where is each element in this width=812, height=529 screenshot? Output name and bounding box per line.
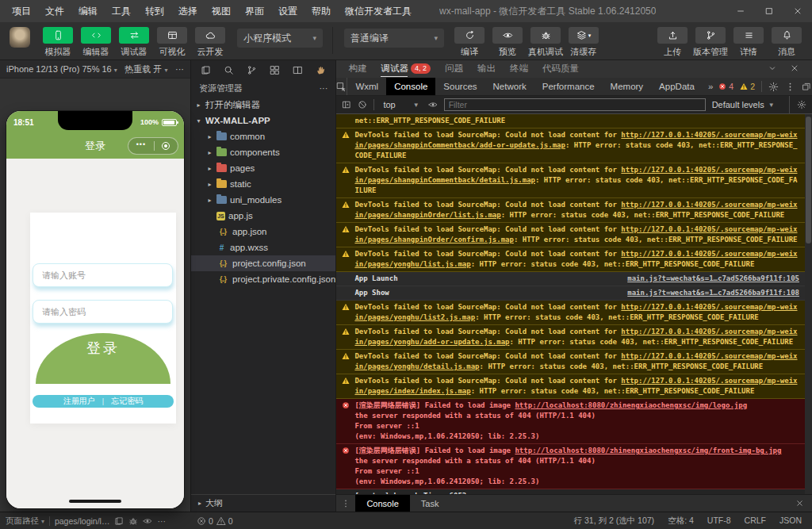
console-link[interactable]: http://127.0.0.1:40205/.sourcemap/mp-wei… xyxy=(354,328,797,346)
console-link[interactable]: http://localhost:8080/zhinengxiaochengxs… xyxy=(515,447,781,454)
tree-open-editors[interactable]: ▸ 打开的编辑器 xyxy=(191,97,335,113)
explorer-more-button[interactable]: ··· xyxy=(319,83,327,93)
tree-root[interactable]: ▾ WX-MALL-APP xyxy=(191,113,335,128)
tab-build[interactable]: 构建 xyxy=(341,60,373,78)
more-tabs-button[interactable]: » xyxy=(703,78,718,95)
drawer-menu-icon[interactable] xyxy=(336,495,355,512)
log-levels-dropdown[interactable]: Default levels▼ xyxy=(712,100,775,109)
clear-cache-button[interactable]: ▾ 清缓存 xyxy=(565,27,603,58)
drawer-tab-task[interactable]: Task xyxy=(410,495,450,512)
console-scrollbar[interactable] xyxy=(805,114,812,494)
remote-debug-button[interactable]: 真机调试 xyxy=(527,27,565,58)
tree-folder-static[interactable]: ▸ static xyxy=(191,176,335,192)
console-link[interactable]: http://127.0.0.1:40205/.sourcemap/mp-wei… xyxy=(354,201,797,219)
compile-mode-dropdown[interactable]: 普通编译▾ xyxy=(344,29,444,48)
tab-problems[interactable]: 问题 xyxy=(438,60,470,78)
account-input[interactable] xyxy=(33,263,173,287)
explorer-files-icon[interactable] xyxy=(201,65,211,75)
console-warning-count[interactable]: 2 xyxy=(740,82,755,91)
console-link[interactable]: http://127.0.0.1:40205/.sourcemap/mp-wei… xyxy=(354,131,797,149)
copy-path-icon[interactable] xyxy=(114,516,124,526)
menubar-item[interactable]: 工具 xyxy=(105,0,138,22)
menubar-item[interactable]: 项目 xyxy=(5,0,38,22)
split-editor-icon[interactable] xyxy=(293,65,303,75)
menubar-item[interactable]: 文件 xyxy=(38,0,71,22)
collapse-panel-icon[interactable] xyxy=(768,63,777,75)
indent-setting[interactable]: 空格: 4 xyxy=(668,516,694,527)
devtab-performance[interactable]: Performance xyxy=(534,78,603,95)
menubar-item[interactable]: 编辑 xyxy=(71,0,105,22)
console-link[interactable]: http://127.0.0.1:40205/.sourcemap/mp-wei… xyxy=(354,377,797,395)
drawer-close-icon[interactable] xyxy=(795,495,812,512)
console-error-count[interactable]: 4 xyxy=(718,82,733,91)
console-filter-input[interactable] xyxy=(444,98,706,111)
encoding[interactable]: UTF-8 xyxy=(707,516,731,527)
console-link[interactable]: http://127.0.0.1:40205/.sourcemap/mp-wei… xyxy=(354,352,797,370)
menubar-item[interactable]: 选择 xyxy=(171,0,205,22)
devtools-menu-icon[interactable] xyxy=(785,82,795,92)
menubar-item[interactable]: 微信开发者工具 xyxy=(338,0,419,22)
frame-context-dropdown[interactable]: top▼ xyxy=(381,100,421,109)
console-source-link[interactable]: main.js?t=wechat&s=1…c7ad5266ba9f11f:105 xyxy=(618,274,799,284)
console-link[interactable]: http://127.0.0.1:40205/.sourcemap/mp-wei… xyxy=(354,225,797,243)
devtools-settings-gear-icon[interactable] xyxy=(768,82,779,92)
preview-button[interactable]: 预览 xyxy=(488,27,527,58)
preview-page-icon[interactable] xyxy=(143,516,152,526)
drawer-tab-console[interactable]: Console xyxy=(355,495,409,512)
simulator-button[interactable]: 模拟器 xyxy=(39,27,77,58)
avatar[interactable] xyxy=(10,27,30,48)
source-control-icon[interactable] xyxy=(247,65,257,75)
console-settings-gear-icon[interactable] xyxy=(797,100,806,109)
language-mode[interactable]: JSON xyxy=(779,516,802,527)
editor-button[interactable]: 编辑器 xyxy=(77,27,115,58)
console-link[interactable]: http://127.0.0.1:40205/.sourcemap/mp-wei… xyxy=(354,250,797,268)
eol[interactable]: CRLF xyxy=(745,516,766,527)
eye-icon[interactable] xyxy=(428,100,438,109)
forgot-password-link[interactable]: 忘记密码 xyxy=(111,396,143,407)
tree-folder-uni-modules[interactable]: ▸ uni_modules xyxy=(191,192,335,208)
tree-folder-pages[interactable]: ▸ pages xyxy=(191,160,335,176)
compile-button[interactable]: 编译 xyxy=(450,27,488,58)
publish-hand-icon[interactable] xyxy=(316,65,326,75)
inspect-element-button[interactable] xyxy=(336,78,347,95)
tab-output[interactable]: 输出 xyxy=(470,60,503,78)
menubar-item[interactable]: 帮助 xyxy=(304,0,338,22)
devtab-appdata[interactable]: AppData xyxy=(651,78,703,95)
extensions-icon[interactable] xyxy=(270,65,280,75)
cloud-dev-button[interactable]: 云开发 xyxy=(191,27,229,58)
tab-debugger[interactable]: 调试器4, 2 xyxy=(373,60,438,78)
cursor-position[interactable]: 行 31, 列 2 (选中 107) xyxy=(574,516,655,527)
device-selector[interactable]: iPhone 12/13 (Pro) 75% 16 ▾ xyxy=(6,64,117,74)
tree-file-app-js[interactable]: JSapp.js xyxy=(191,208,335,224)
debug-page-icon[interactable] xyxy=(128,516,138,526)
devtab-console[interactable]: Console xyxy=(386,78,435,95)
console-source-link[interactable]: main.js?t=wechat&s=1…c7ad5266ba9f11f:108 xyxy=(618,288,799,298)
menubar-item[interactable]: 界面 xyxy=(238,0,271,22)
menubar-item[interactable]: 转到 xyxy=(138,0,171,22)
close-button[interactable] xyxy=(783,0,812,22)
outline-section[interactable]: ▸ 大纲 xyxy=(191,494,335,512)
debugger-button[interactable]: 调试器 xyxy=(115,27,153,58)
tree-file-project-config[interactable]: {..}project.config.json xyxy=(191,255,335,271)
undock-icon[interactable] xyxy=(802,82,811,91)
tree-folder-common[interactable]: ▸ common xyxy=(191,128,335,144)
maximize-button[interactable] xyxy=(755,0,783,22)
tree-file-app-wxss[interactable]: #app.wxss xyxy=(191,240,335,255)
console-sidebar-icon[interactable] xyxy=(342,100,351,109)
tree-file-app-json[interactable]: {..}app.json xyxy=(191,224,335,240)
page-path-more-button[interactable]: ··· xyxy=(157,516,166,526)
register-link[interactable]: 注册用户 xyxy=(63,396,95,407)
console-link[interactable]: http://localhost:8080/zhinengxiaochengxs… xyxy=(515,401,747,409)
minimize-button[interactable] xyxy=(726,0,755,22)
password-input[interactable] xyxy=(33,300,173,324)
clear-console-icon[interactable] xyxy=(358,100,367,109)
page-path-dropdown[interactable]: 页面路径 ▾ xyxy=(6,516,44,527)
details-button[interactable]: 详情 xyxy=(730,27,768,58)
hot-reload-toggle[interactable]: 热重载 开 ▾ xyxy=(124,63,167,75)
devtab-network[interactable]: Network xyxy=(485,78,534,95)
devtab-memory[interactable]: Memory xyxy=(603,78,652,95)
mode-dropdown[interactable]: 小程序模式▾ xyxy=(237,29,323,48)
tree-folder-components[interactable]: ▸ components xyxy=(191,144,335,160)
menubar-item[interactable]: 视图 xyxy=(205,0,238,22)
search-icon[interactable] xyxy=(224,65,234,75)
